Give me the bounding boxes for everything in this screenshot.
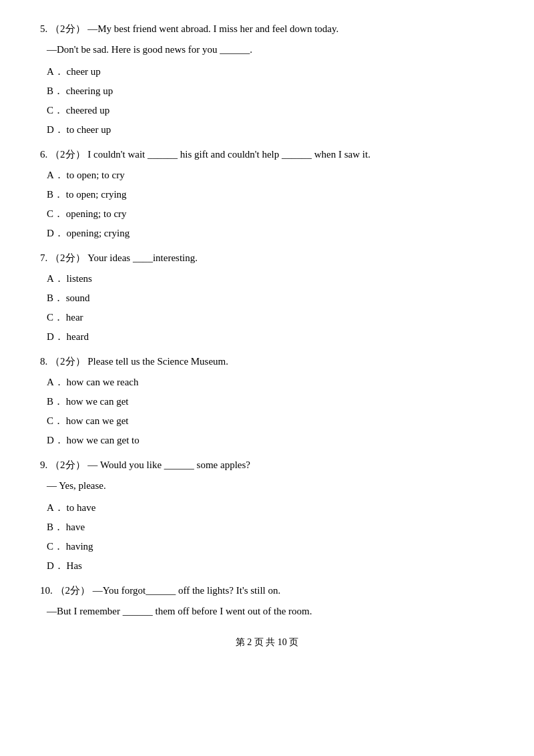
question-6: 6. （2分） I couldn't wait ______ his gift …	[40, 146, 494, 242]
q8-option-d: D． how we can get to	[40, 431, 494, 449]
question-8: 8. （2分） Please tell us the Science Museu…	[40, 353, 494, 449]
q7-option-b: B． sound	[40, 289, 494, 307]
q6-option-b-text: to open; crying	[66, 189, 127, 200]
q7-option-b-label: B．	[47, 293, 63, 303]
q6-number: 6.	[40, 149, 47, 160]
q9-option-b-label: B．	[47, 522, 63, 532]
q8-option-d-text: how we can get to	[67, 435, 140, 445]
q5-option-b-label: B．	[47, 85, 63, 96]
question-8-stem: 8. （2分） Please tell us the Science Museu…	[40, 353, 494, 371]
q10-stem-text: —You forgot______ off the lights? It's s…	[93, 585, 280, 596]
q8-number: 8.	[40, 356, 47, 367]
q6-points: （2分）	[50, 149, 85, 160]
q5-option-a-text: cheer up	[67, 66, 101, 77]
q7-option-a-text: listens	[67, 273, 92, 284]
q8-option-c-text: how can we get	[66, 415, 129, 426]
q5-option-d-text: to cheer up	[67, 124, 111, 135]
question-7: 7. （2分） Your ideas ____interesting. A． l…	[40, 249, 494, 346]
q9-number: 9.	[40, 459, 47, 470]
q5-points: （2分）	[50, 23, 85, 34]
q8-stem-text: Please tell us the Science Museum.	[87, 356, 228, 367]
question-9-stem: 9. （2分） — Would you like ______ some app…	[40, 456, 494, 474]
q6-option-a-text: to open; to cry	[67, 170, 125, 180]
question-5-stem: 5. （2分） —My best friend went abroad. I m…	[40, 20, 494, 38]
q9-option-c: C． having	[40, 538, 494, 556]
q7-option-c: C． hear	[40, 309, 494, 327]
q5-option-d-label: D．	[47, 124, 64, 135]
q10-dialog: —But I remember ______ them off before I…	[40, 602, 494, 620]
q5-option-c: C． cheered up	[40, 102, 494, 120]
question-9: 9. （2分） — Would you like ______ some app…	[40, 456, 494, 575]
q7-option-b-text: sound	[66, 293, 90, 303]
q5-option-c-label: C．	[47, 105, 63, 116]
q8-option-b: B． how we can get	[40, 393, 494, 411]
q8-option-a-label: A．	[47, 377, 64, 387]
q7-option-a-label: A．	[47, 273, 64, 284]
question-10: 10. （2分） —You forgot______ off the light…	[40, 582, 494, 620]
q6-option-c-label: C．	[47, 208, 63, 219]
q9-option-b: B． have	[40, 518, 494, 536]
q6-stem-text: I couldn't wait ______ his gift and coul…	[87, 149, 370, 160]
q9-option-a: A． to have	[40, 499, 494, 517]
q9-option-a-text: to have	[67, 502, 96, 513]
q9-option-a-label: A．	[47, 502, 64, 513]
q8-option-c-label: C．	[47, 415, 63, 426]
q7-option-a: A． listens	[40, 270, 494, 288]
q6-option-d: D． opening; crying	[40, 224, 494, 242]
q10-number: 10.	[40, 585, 53, 596]
q7-option-c-text: hear	[66, 312, 83, 323]
q5-number: 5.	[40, 23, 47, 34]
q5-option-a-label: A．	[47, 66, 64, 77]
q9-points: （2分）	[50, 459, 85, 470]
question-5: 5. （2分） —My best friend went abroad. I m…	[40, 20, 494, 139]
q6-option-a: A． to open; to cry	[40, 166, 494, 184]
q9-option-c-text: having	[66, 541, 93, 552]
q7-option-d: D． heard	[40, 328, 494, 346]
q9-option-d-text: Has	[67, 560, 82, 571]
q9-option-d-label: D．	[47, 560, 64, 571]
q9-option-b-text: have	[66, 522, 85, 532]
q7-points: （2分）	[50, 252, 85, 263]
q9-stem-text: — Would you like ______ some apples?	[87, 459, 250, 470]
q10-points: （2分）	[55, 585, 91, 596]
q7-number: 7.	[40, 252, 47, 263]
q8-option-d-label: D．	[47, 435, 64, 445]
page-number-text: 第 2 页 共 10 页	[236, 637, 299, 647]
q6-option-c: C． opening; to cry	[40, 205, 494, 223]
q7-option-c-label: C．	[47, 312, 63, 323]
q6-option-b: B． to open; crying	[40, 186, 494, 204]
question-10-stem: 10. （2分） —You forgot______ off the light…	[40, 582, 494, 600]
q7-option-d-text: heard	[67, 331, 89, 342]
q6-option-b-label: B．	[47, 189, 63, 200]
q9-option-d: D． Has	[40, 557, 494, 575]
q9-option-c-label: C．	[47, 541, 63, 552]
q7-option-d-label: D．	[47, 331, 64, 342]
q8-option-a-text: how can we reach	[67, 377, 139, 387]
q5-option-a: A． cheer up	[40, 63, 494, 81]
q8-option-b-label: B．	[47, 396, 63, 407]
q8-option-a: A． how can we reach	[40, 373, 494, 391]
q5-option-d: D． to cheer up	[40, 121, 494, 139]
q6-option-d-text: opening; crying	[67, 228, 130, 238]
q5-stem-text: —My best friend went abroad. I miss her …	[87, 23, 338, 34]
q8-option-b-text: how we can get	[66, 396, 129, 407]
q8-option-c: C． how can we get	[40, 412, 494, 430]
q6-option-d-label: D．	[47, 228, 64, 238]
question-6-stem: 6. （2分） I couldn't wait ______ his gift …	[40, 146, 494, 164]
q8-points: （2分）	[50, 356, 85, 367]
q5-option-b: B． cheering up	[40, 82, 494, 100]
page-footer: 第 2 页 共 10 页	[40, 634, 494, 650]
q5-dialog: —Don't be sad. Here is good news for you…	[40, 41, 494, 59]
q9-dialog: — Yes, please.	[40, 477, 494, 495]
q5-option-c-text: cheered up	[66, 105, 109, 116]
question-7-stem: 7. （2分） Your ideas ____interesting.	[40, 249, 494, 267]
q7-stem-text: Your ideas ____interesting.	[87, 252, 198, 263]
q6-option-a-label: A．	[47, 170, 64, 180]
q6-option-c-text: opening; to cry	[66, 208, 127, 219]
q5-option-b-text: cheering up	[66, 85, 113, 96]
